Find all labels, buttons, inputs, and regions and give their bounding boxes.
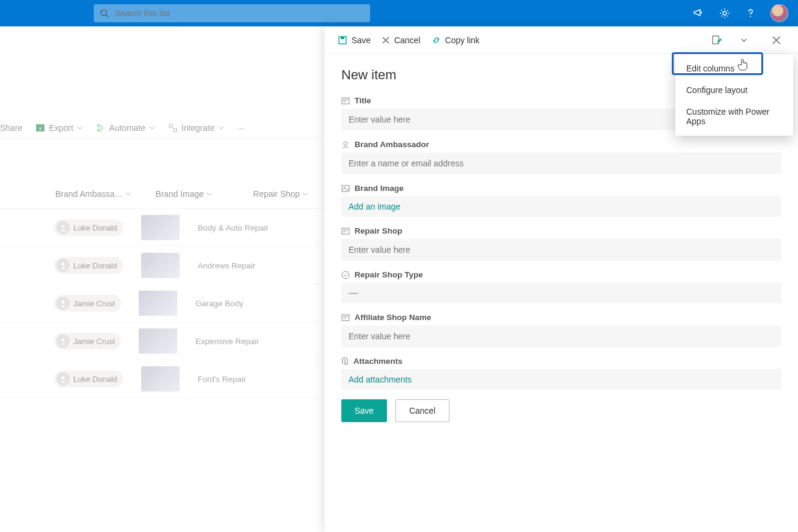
form-settings-chevron[interactable]: [737, 34, 751, 46]
field-repair-shop: Repair Shop: [341, 226, 781, 261]
field-attachments: Attachments Add attachments: [341, 357, 781, 390]
field-brand-image: Brand Image Add an image: [341, 184, 781, 217]
repair-shop-input[interactable]: [341, 239, 781, 261]
affiliate-shop-input[interactable]: [341, 325, 781, 347]
chevron-down-icon: [740, 37, 748, 44]
form-settings-menu: Edit columns Configure layout Customize …: [675, 54, 793, 136]
text-icon: [341, 228, 350, 235]
brand-ambassador-input[interactable]: [341, 153, 781, 174]
svg-point-25: [342, 271, 349, 279]
panel-command-bar: Save Cancel Copy link: [324, 26, 798, 54]
menu-item-configure-layout[interactable]: Configure layout: [675, 79, 793, 101]
cancel-button[interactable]: Cancel: [395, 399, 449, 422]
form-settings-button[interactable]: [708, 32, 726, 48]
svg-point-2: [723, 11, 726, 15]
link-icon: [431, 35, 441, 45]
attachment-icon: [341, 357, 349, 366]
field-brand-ambassador: Brand Ambassador: [341, 140, 781, 174]
save-button[interactable]: Save: [341, 399, 387, 422]
search-input[interactable]: [115, 8, 364, 18]
svg-rect-26: [342, 315, 349, 321]
save-button[interactable]: Save: [338, 35, 371, 45]
image-icon: [341, 185, 350, 192]
text-icon: [341, 314, 350, 321]
save-icon: [338, 35, 347, 45]
copy-link-button[interactable]: Copy link: [431, 35, 480, 45]
search-box[interactable]: [94, 4, 370, 22]
svg-point-3: [750, 16, 751, 17]
svg-line-1: [106, 15, 108, 17]
svg-rect-14: [341, 37, 344, 39]
svg-point-19: [344, 142, 347, 145]
gear-icon[interactable]: [719, 7, 731, 19]
svg-rect-20: [342, 186, 349, 192]
add-attachments-link[interactable]: Add attachments: [349, 375, 412, 384]
text-icon: [341, 97, 350, 104]
choice-icon: [341, 271, 350, 279]
menu-item-edit-columns[interactable]: Edit columns: [675, 58, 793, 79]
repair-shop-type-select[interactable]: —: [341, 283, 781, 303]
cancel-button[interactable]: Cancel: [382, 35, 421, 45]
close-icon: [772, 35, 781, 45]
field-affiliate-shop-name: Affiliate Shop Name: [341, 313, 781, 347]
edit-form-icon: [711, 35, 722, 46]
app-header: [0, 0, 798, 26]
svg-point-0: [101, 10, 106, 15]
search-icon: [100, 8, 109, 18]
avatar[interactable]: [770, 4, 788, 22]
megaphone-icon[interactable]: [692, 7, 704, 19]
field-repair-shop-type: Repair Shop Type —: [341, 270, 781, 303]
person-icon: [341, 141, 350, 149]
svg-rect-16: [342, 98, 349, 104]
svg-rect-22: [342, 228, 349, 234]
close-icon: [382, 36, 390, 44]
close-panel-button[interactable]: [768, 33, 785, 47]
add-image-link[interactable]: Add an image: [349, 202, 400, 211]
menu-item-customize-powerapps[interactable]: Customize with Power Apps: [675, 101, 793, 132]
svg-rect-15: [713, 36, 719, 44]
help-icon[interactable]: [745, 8, 756, 19]
